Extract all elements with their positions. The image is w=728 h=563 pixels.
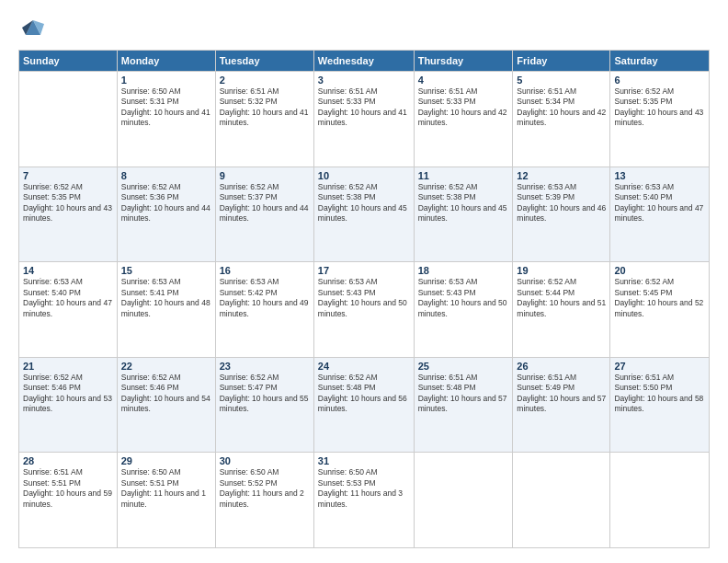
week-row-4: 21Sunrise: 6:52 AMSunset: 5:46 PMDayligh… [19, 357, 710, 453]
day-cell: 11Sunrise: 6:52 AMSunset: 5:38 PMDayligh… [414, 167, 513, 262]
day-number: 2 [220, 75, 310, 86]
day-number: 21 [23, 361, 113, 372]
header [18, 15, 710, 40]
day-number: 10 [318, 170, 410, 181]
day-cell: 8Sunrise: 6:52 AMSunset: 5:36 PMDaylight… [117, 167, 215, 262]
day-number: 6 [614, 75, 705, 86]
day-cell: 24Sunrise: 6:52 AMSunset: 5:48 PMDayligh… [313, 357, 414, 453]
day-info: Sunrise: 6:52 AMSunset: 5:48 PMDaylight:… [318, 373, 410, 415]
day-cell: 10Sunrise: 6:52 AMSunset: 5:38 PMDayligh… [313, 167, 414, 262]
day-info: Sunrise: 6:51 AMSunset: 5:33 PMDaylight:… [418, 86, 509, 129]
week-row-2: 7Sunrise: 6:52 AMSunset: 5:35 PMDaylight… [19, 167, 710, 262]
day-number: 31 [318, 455, 410, 466]
day-info: Sunrise: 6:52 AMSunset: 5:38 PMDaylight:… [318, 182, 410, 224]
day-info: Sunrise: 6:53 AMSunset: 5:39 PMDaylight:… [517, 182, 606, 224]
week-row-5: 28Sunrise: 6:51 AMSunset: 5:51 PMDayligh… [19, 453, 710, 548]
day-cell: 12Sunrise: 6:53 AMSunset: 5:39 PMDayligh… [513, 167, 610, 262]
day-number: 1 [121, 75, 211, 86]
day-info: Sunrise: 6:53 AMSunset: 5:40 PMDaylight:… [23, 277, 113, 319]
day-cell [513, 453, 610, 548]
day-info: Sunrise: 6:50 AMSunset: 5:52 PMDaylight:… [220, 467, 310, 510]
day-number: 27 [614, 361, 705, 372]
day-cell: 26Sunrise: 6:51 AMSunset: 5:49 PMDayligh… [513, 357, 610, 453]
day-cell: 3Sunrise: 6:51 AMSunset: 5:33 PMDaylight… [313, 72, 414, 167]
day-cell: 16Sunrise: 6:53 AMSunset: 5:42 PMDayligh… [215, 262, 313, 358]
day-info: Sunrise: 6:51 AMSunset: 5:49 PMDaylight:… [517, 373, 606, 415]
day-cell: 9Sunrise: 6:52 AMSunset: 5:37 PMDaylight… [215, 167, 313, 262]
day-cell: 27Sunrise: 6:51 AMSunset: 5:50 PMDayligh… [610, 357, 710, 453]
day-number: 26 [517, 361, 606, 372]
day-number: 19 [517, 265, 606, 276]
day-number: 15 [121, 265, 211, 276]
day-cell: 20Sunrise: 6:52 AMSunset: 5:45 PMDayligh… [610, 262, 710, 358]
day-info: Sunrise: 6:50 AMSunset: 5:31 PMDaylight:… [121, 86, 211, 129]
weekday-header-monday: Monday [117, 51, 215, 72]
day-number: 8 [121, 170, 211, 181]
day-cell: 19Sunrise: 6:52 AMSunset: 5:44 PMDayligh… [513, 262, 610, 358]
day-cell: 25Sunrise: 6:51 AMSunset: 5:48 PMDayligh… [414, 357, 513, 453]
weekday-header-wednesday: Wednesday [313, 51, 414, 72]
day-cell: 18Sunrise: 6:53 AMSunset: 5:43 PMDayligh… [414, 262, 513, 358]
day-info: Sunrise: 6:52 AMSunset: 5:36 PMDaylight:… [121, 182, 211, 224]
day-number: 7 [23, 170, 113, 181]
day-cell: 15Sunrise: 6:53 AMSunset: 5:41 PMDayligh… [117, 262, 215, 358]
day-cell: 14Sunrise: 6:53 AMSunset: 5:40 PMDayligh… [19, 262, 118, 358]
day-cell: 17Sunrise: 6:53 AMSunset: 5:43 PMDayligh… [313, 262, 414, 358]
day-info: Sunrise: 6:52 AMSunset: 5:38 PMDaylight:… [418, 182, 509, 224]
day-number: 22 [121, 361, 211, 372]
day-info: Sunrise: 6:52 AMSunset: 5:47 PMDaylight:… [220, 373, 310, 415]
day-number: 24 [318, 361, 410, 372]
day-cell [19, 72, 118, 167]
day-number: 14 [23, 265, 113, 276]
weekday-header-friday: Friday [513, 51, 610, 72]
day-number: 4 [418, 75, 509, 86]
day-info: Sunrise: 6:53 AMSunset: 5:40 PMDaylight:… [614, 182, 705, 224]
day-cell [414, 453, 513, 548]
day-number: 20 [614, 265, 705, 276]
day-info: Sunrise: 6:52 AMSunset: 5:37 PMDaylight:… [220, 182, 310, 224]
day-info: Sunrise: 6:52 AMSunset: 5:45 PMDaylight:… [614, 277, 705, 319]
day-number: 13 [614, 170, 705, 181]
day-number: 30 [220, 455, 310, 466]
day-cell: 21Sunrise: 6:52 AMSunset: 5:46 PMDayligh… [19, 357, 118, 453]
day-info: Sunrise: 6:52 AMSunset: 5:46 PMDaylight:… [121, 373, 211, 415]
day-info: Sunrise: 6:53 AMSunset: 5:43 PMDaylight:… [318, 277, 410, 319]
day-cell: 28Sunrise: 6:51 AMSunset: 5:51 PMDayligh… [19, 453, 118, 548]
day-cell: 5Sunrise: 6:51 AMSunset: 5:34 PMDaylight… [513, 72, 610, 167]
week-row-1: 1Sunrise: 6:50 AMSunset: 5:31 PMDaylight… [19, 72, 710, 167]
day-cell: 2Sunrise: 6:51 AMSunset: 5:32 PMDaylight… [215, 72, 313, 167]
logo-icon [18, 15, 48, 40]
day-number: 18 [418, 265, 509, 276]
day-info: Sunrise: 6:53 AMSunset: 5:42 PMDaylight:… [220, 277, 310, 319]
day-cell: 30Sunrise: 6:50 AMSunset: 5:52 PMDayligh… [215, 453, 313, 548]
day-cell: 22Sunrise: 6:52 AMSunset: 5:46 PMDayligh… [117, 357, 215, 453]
weekday-header-row: SundayMondayTuesdayWednesdayThursdayFrid… [19, 51, 710, 72]
day-info: Sunrise: 6:51 AMSunset: 5:50 PMDaylight:… [614, 373, 705, 415]
day-number: 17 [318, 265, 410, 276]
day-cell: 6Sunrise: 6:52 AMSunset: 5:35 PMDaylight… [610, 72, 710, 167]
day-cell: 29Sunrise: 6:50 AMSunset: 5:51 PMDayligh… [117, 453, 215, 548]
day-number: 28 [23, 455, 113, 466]
day-number: 9 [220, 170, 310, 181]
day-number: 16 [220, 265, 310, 276]
day-cell [610, 453, 710, 548]
day-info: Sunrise: 6:50 AMSunset: 5:51 PMDaylight:… [121, 467, 211, 510]
day-cell: 4Sunrise: 6:51 AMSunset: 5:33 PMDaylight… [414, 72, 513, 167]
weekday-header-sunday: Sunday [19, 51, 118, 72]
weekday-header-thursday: Thursday [414, 51, 513, 72]
calendar-table: SundayMondayTuesdayWednesdayThursdayFrid… [18, 50, 710, 548]
day-number: 5 [517, 75, 606, 86]
weekday-header-saturday: Saturday [610, 51, 710, 72]
day-info: Sunrise: 6:51 AMSunset: 5:33 PMDaylight:… [318, 86, 410, 129]
logo [18, 15, 51, 40]
day-info: Sunrise: 6:52 AMSunset: 5:46 PMDaylight:… [23, 373, 113, 415]
day-info: Sunrise: 6:51 AMSunset: 5:51 PMDaylight:… [23, 467, 113, 510]
day-number: 3 [318, 75, 410, 86]
day-number: 11 [418, 170, 509, 181]
day-cell: 13Sunrise: 6:53 AMSunset: 5:40 PMDayligh… [610, 167, 710, 262]
day-cell: 1Sunrise: 6:50 AMSunset: 5:31 PMDaylight… [117, 72, 215, 167]
day-number: 23 [220, 361, 310, 372]
day-info: Sunrise: 6:53 AMSunset: 5:43 PMDaylight:… [418, 277, 509, 319]
week-row-3: 14Sunrise: 6:53 AMSunset: 5:40 PMDayligh… [19, 262, 710, 358]
day-info: Sunrise: 6:52 AMSunset: 5:44 PMDaylight:… [517, 277, 606, 319]
